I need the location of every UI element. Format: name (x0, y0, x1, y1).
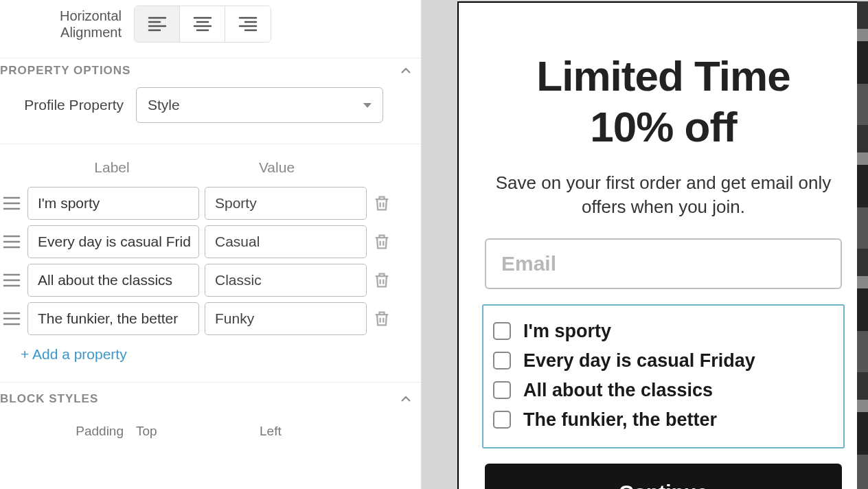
option-value-select[interactable]: Sporty (205, 187, 367, 220)
padding-top-label: Top (136, 424, 260, 439)
block-styles-section: BLOCK STYLES Padding Top Left (0, 382, 421, 439)
checkbox-option[interactable]: All about the classics (493, 376, 834, 405)
property-options-title: PROPERTY OPTIONS (0, 64, 130, 78)
option-row: I'm sporty Sporty (0, 184, 421, 223)
headline-line1: Limited Time (481, 51, 846, 102)
grip-icon (3, 196, 21, 211)
profile-property-row: Profile Property Style (0, 83, 421, 144)
drag-handle[interactable] (1, 196, 22, 211)
delete-icon[interactable] (372, 194, 391, 213)
checkbox-icon (493, 322, 511, 340)
alignment-label: Horizontal Alignment (7, 8, 134, 41)
caret-down-icon (363, 103, 372, 108)
checkbox-option[interactable]: Every day is casual Friday (493, 346, 834, 376)
property-options-header[interactable]: PROPERTY OPTIONS (0, 58, 421, 83)
chevron-up-icon (399, 64, 413, 78)
option-label-input[interactable]: I'm sporty (27, 187, 199, 220)
padding-left-label: Left (260, 424, 383, 439)
grip-icon (3, 273, 21, 288)
checkbox-option[interactable]: I'm sporty (493, 317, 834, 346)
delete-icon[interactable] (372, 309, 391, 328)
profile-property-label: Profile Property (7, 97, 136, 113)
drag-handle[interactable] (1, 273, 22, 288)
checkbox-option[interactable]: The funkier, the better (493, 405, 834, 435)
align-right-button[interactable] (225, 6, 271, 42)
add-property-link[interactable]: + Add a property (0, 338, 421, 379)
grip-icon (3, 311, 21, 326)
popup-card: Limited Time 10% off Save on your first … (457, 1, 868, 489)
align-left-icon (148, 16, 167, 32)
grip-icon (3, 234, 21, 249)
horizontal-alignment-row: Horizontal Alignment (0, 5, 421, 43)
align-center-button[interactable] (180, 6, 225, 42)
preview-canvas: Limited Time 10% off Save on your first … (457, 0, 868, 489)
align-right-icon (238, 16, 258, 32)
column-header-value: Value (198, 159, 356, 176)
chevron-up-icon (399, 392, 413, 406)
option-value-select[interactable]: Casual (205, 225, 367, 258)
profile-property-value: Style (148, 97, 180, 113)
column-header-label: Label (26, 159, 198, 176)
subheadline: Save on your first order and get email o… (488, 171, 838, 219)
option-row: The funkier, the better Funky (0, 299, 421, 338)
email-input[interactable]: Email (485, 238, 842, 289)
checkbox-icon (493, 411, 511, 429)
option-label-input[interactable]: The funkier, the better (27, 302, 199, 335)
options-table-head: Label Value (0, 144, 421, 184)
option-label-input[interactable]: Every day is casual Frid (27, 225, 199, 258)
delete-icon[interactable] (372, 232, 391, 251)
drag-handle[interactable] (1, 311, 22, 326)
checkbox-group: I'm sporty Every day is casual Friday Al… (482, 304, 845, 448)
checkbox-icon (493, 352, 511, 369)
option-row: Every day is casual Frid Casual (0, 223, 421, 261)
headline-line2: 10% off (481, 102, 846, 152)
option-value-select[interactable]: Classic (205, 264, 367, 297)
padding-row: Padding Top Left (0, 411, 421, 439)
delete-icon[interactable] (372, 271, 391, 290)
option-row: All about the classics Classic (0, 261, 421, 299)
checkbox-icon (493, 381, 511, 399)
padding-label: Padding (7, 424, 136, 439)
option-value-select[interactable]: Funky (205, 302, 367, 335)
background-image-strip (857, 1, 868, 489)
option-label-input[interactable]: All about the classics (27, 264, 199, 297)
editor-panel: Horizontal Alignment PROPERTY OPTIONS Pr… (0, 0, 422, 489)
align-center-icon (193, 16, 212, 32)
preview-gutter (422, 0, 457, 489)
block-styles-header[interactable]: BLOCK STYLES (0, 382, 421, 411)
continue-button[interactable]: Continue (485, 464, 842, 489)
profile-property-select[interactable]: Style (136, 87, 383, 123)
align-left-button[interactable] (135, 6, 180, 42)
alignment-button-group (134, 5, 271, 43)
drag-handle[interactable] (1, 234, 22, 249)
block-styles-title: BLOCK STYLES (0, 392, 98, 406)
email-placeholder: Email (501, 252, 556, 275)
